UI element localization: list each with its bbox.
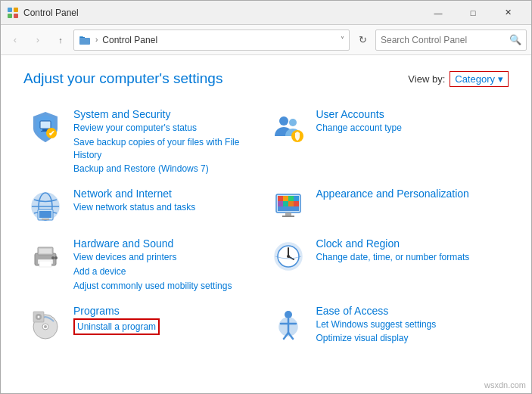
category-appearance: Appearance and Personalization [266,181,509,231]
category-system-security: ✔ System and Security Review your comput… [23,102,266,181]
network-sub1[interactable]: View network status and tasks [73,201,195,214]
svg-point-13 [289,119,297,126]
ease-link[interactable]: Ease of Access [316,305,437,317]
header-row: Adjust your computer's settings View by:… [23,70,509,87]
svg-rect-36 [39,249,51,253]
view-by-value: Category [455,73,495,85]
category-clock: Clock and Region Change date, time, or n… [266,231,509,298]
clock-sub1[interactable]: Change date, time, or number formats [316,251,470,264]
svg-rect-29 [288,201,294,206]
view-by-row: View by: Category ▾ [408,71,509,87]
svg-rect-6 [80,37,85,38]
system-security-text: System and Security Review your computer… [73,108,259,175]
search-bar[interactable]: 🔍 [375,29,527,51]
category-user-accounts: User Accounts Change account type [266,102,509,181]
programs-sub1[interactable]: Uninstall a program [73,318,160,336]
network-text: Network and Internet View network status… [73,188,195,214]
system-security-link[interactable]: System and Security [73,108,259,120]
user-accounts-icon [269,108,307,146]
svg-point-12 [279,116,288,126]
ease-text: Ease of Access Let Windows suggest setti… [316,305,437,346]
view-by-chevron: ▾ [498,73,503,85]
system-security-icon: ✔ [26,108,64,146]
programs-icon [26,305,64,343]
svg-point-39 [54,256,58,259]
svg-rect-37 [39,261,51,267]
titlebar: Control Panel — □ ✕ [1,1,531,25]
ease-sub1[interactable]: Let Windows suggest settings [316,318,437,331]
user-accounts-text: User Accounts Change account type [316,108,402,135]
svg-rect-2 [8,14,12,18]
back-button[interactable]: ‹ [5,30,25,50]
forward-button[interactable]: › [28,30,48,50]
ease-icon [269,305,307,343]
svg-rect-1 [14,8,18,12]
watermark: wsxdn.com [484,380,526,389]
search-input[interactable] [381,35,509,45]
svg-rect-23 [278,196,283,201]
clock-icon [269,237,307,275]
svg-rect-25 [288,196,294,201]
clock-text: Clock and Region Change date, time, or n… [316,237,470,264]
address-dropdown-button[interactable]: ˅ [341,36,344,44]
network-link[interactable]: Network and Internet [73,188,195,200]
svg-rect-31 [285,213,291,216]
svg-rect-32 [282,216,294,217]
system-security-sub2[interactable]: Save backup copies of your files with Fi… [73,136,259,162]
clock-link[interactable]: Clock and Region [316,237,470,250]
view-by-dropdown[interactable]: Category ▾ [450,71,509,87]
minimize-button[interactable]: — [421,1,456,25]
appearance-link[interactable]: Appearance and Personalization [316,188,469,200]
programs-text: Programs Uninstall a program [73,305,160,336]
toolbar: ‹ › ↑ › Control Panel ˅ ↻ 🔍 [1,25,531,55]
search-icon[interactable]: 🔍 [509,34,521,45]
address-bar[interactable]: › Control Panel ˅ [73,29,350,51]
user-accounts-link[interactable]: User Accounts [316,108,402,120]
user-accounts-sub1[interactable]: Change account type [316,122,402,135]
svg-rect-3 [14,14,18,18]
svg-rect-7 [40,121,51,129]
svg-rect-20 [42,219,49,220]
titlebar-icon [7,7,19,19]
system-security-sub3[interactable]: Backup and Restore (Windows 7) [73,163,259,175]
svg-point-38 [51,256,54,259]
programs-link[interactable]: Programs [73,305,160,317]
address-folder-icon [79,34,91,46]
address-separator: › [95,36,98,44]
svg-rect-27 [278,201,283,206]
hardware-sub3[interactable]: Adjust commonly used mobility settings [73,280,232,293]
categories-grid: ✔ System and Security Review your comput… [23,102,509,351]
system-security-sub1[interactable]: Review your computer's status [73,122,259,135]
svg-rect-26 [294,196,299,201]
svg-rect-28 [283,201,288,206]
hardware-sub1[interactable]: View devices and printers [73,251,232,264]
refresh-button[interactable]: ↻ [353,30,372,50]
appearance-icon [269,188,307,225]
hardware-text: Hardware and Sound View devices and prin… [73,237,232,292]
network-icon [26,188,64,225]
appearance-text: Appearance and Personalization [316,188,469,200]
svg-text:✔: ✔ [48,129,54,138]
svg-rect-5 [79,38,90,45]
svg-point-50 [38,315,40,318]
category-programs: Programs Uninstall a program [23,299,266,352]
hardware-icon [26,237,64,275]
svg-point-47 [44,325,47,328]
up-button[interactable]: ↑ [51,30,70,50]
category-hardware: Hardware and Sound View devices and prin… [23,231,266,298]
svg-rect-30 [294,201,299,206]
hardware-link[interactable]: Hardware and Sound [73,237,232,250]
hardware-sub2[interactable]: Add a device [73,265,232,278]
svg-point-44 [287,255,290,258]
ease-sub2[interactable]: Optimize visual display [316,332,437,345]
category-ease: Ease of Access Let Windows suggest setti… [266,299,509,352]
category-network: Network and Internet View network status… [23,181,266,231]
maximize-button[interactable]: □ [456,1,490,25]
svg-rect-24 [283,196,288,201]
address-text: Control Panel [102,35,336,45]
page-title: Adjust your computer's settings [23,70,222,87]
view-by-label: View by: [408,73,445,85]
svg-rect-0 [8,8,12,12]
titlebar-title: Control Panel [23,8,421,18]
close-button[interactable]: ✕ [490,1,525,25]
